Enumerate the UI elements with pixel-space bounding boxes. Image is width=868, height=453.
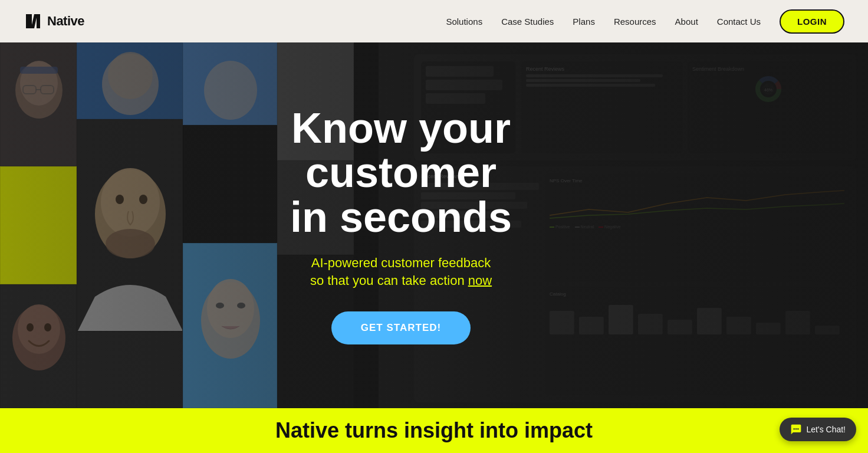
svg-point-20 xyxy=(216,303,224,308)
sentiment-card: Sentiment Breakdown 46% xyxy=(688,61,849,153)
legend-negative: Negative xyxy=(599,225,621,229)
sidebar-conversation xyxy=(426,66,494,77)
chat-label: Let's Chat! xyxy=(807,425,846,434)
review-line-1 xyxy=(526,74,663,77)
bar-chart-panel: Catalog xyxy=(545,287,849,395)
hero-subtitle: AI-powered customer feedback so that you… xyxy=(236,254,566,291)
svg-rect-32 xyxy=(697,308,722,334)
svg-rect-36 xyxy=(815,326,840,334)
bottom-banner-text: Native turns insight into impact xyxy=(275,418,593,443)
sentiment-title: Sentiment Breakdown xyxy=(692,66,844,72)
svg-rect-33 xyxy=(726,317,751,334)
face-svg-smile xyxy=(1,285,77,408)
hero-content: Know your customer in seconds AI-powered… xyxy=(224,94,578,356)
nav: Solutions Case Studies Plans Resources A… xyxy=(446,9,844,34)
svg-point-38 xyxy=(795,428,797,430)
chat-bubble[interactable]: Let's Chat! xyxy=(780,418,857,441)
catalog-bar-chart xyxy=(550,299,844,334)
hero-title-line2: in seconds xyxy=(290,193,512,241)
chat-icon xyxy=(790,424,802,435)
svg-point-17 xyxy=(44,323,51,331)
login-button[interactable]: LOGIN xyxy=(780,9,844,34)
svg-rect-31 xyxy=(668,320,692,334)
svg-rect-5 xyxy=(20,67,58,74)
legend-negative-dot xyxy=(599,226,603,228)
nav-case-studies[interactable]: Case Studies xyxy=(501,17,554,27)
hero-title-line1: Know your customer xyxy=(291,104,511,196)
chart-area: NPS Over Time Positive xyxy=(545,173,849,395)
review-line-3 xyxy=(526,84,655,87)
nav-about[interactable]: About xyxy=(675,17,698,27)
svg-rect-29 xyxy=(609,305,633,334)
reviews-title: Recent Reviews xyxy=(526,66,678,72)
review-line-2 xyxy=(526,79,640,82)
bottom-banner: Native turns insight into impact xyxy=(0,408,868,453)
svg-point-37 xyxy=(793,428,795,430)
svg-point-13 xyxy=(139,195,147,204)
svg-point-11 xyxy=(106,229,155,258)
collage-tile-1 xyxy=(0,42,77,166)
collage-tile-yellow xyxy=(0,166,77,284)
svg-point-16 xyxy=(27,323,34,331)
collage-tile-12 xyxy=(77,331,183,408)
chart-legend: Positive Neutral Negative xyxy=(550,225,844,229)
logo-text: Native xyxy=(47,14,84,29)
nav-contact[interactable]: Contact Us xyxy=(717,17,761,27)
svg-rect-28 xyxy=(579,317,604,334)
nps-chart: NPS Over Time Positive xyxy=(545,173,849,282)
nav-resources[interactable]: Resources xyxy=(614,17,656,27)
hero-section: Recent Reviews Sentiment Breakdown xyxy=(0,42,868,408)
collage-tile-2 xyxy=(77,42,183,119)
svg-point-7 xyxy=(108,52,153,99)
logo[interactable]: Native xyxy=(24,12,84,31)
nav-solutions[interactable]: Solutions xyxy=(446,17,482,27)
collage-tile-smile xyxy=(0,284,77,408)
svg-point-10 xyxy=(101,168,160,237)
bar-chart-title: Catalog xyxy=(550,291,844,297)
sidebar-digital-twins xyxy=(426,80,502,90)
collage-tile-main xyxy=(77,119,183,331)
header: Native Solutions Case Studies Plans Reso… xyxy=(0,0,868,42)
svg-rect-30 xyxy=(638,314,663,334)
face-svg-2 xyxy=(77,43,183,119)
hero-subtitle-line1: AI-powered customer feedback xyxy=(311,255,491,270)
svg-point-39 xyxy=(797,428,799,430)
get-started-button[interactable]: GET STARTED! xyxy=(331,311,471,344)
nps-line-chart xyxy=(550,186,844,221)
nav-plans[interactable]: Plans xyxy=(573,17,595,27)
logo-icon xyxy=(24,12,42,31)
hero-title: Know your customer in seconds xyxy=(236,106,566,240)
sentiment-donut: 46% xyxy=(754,74,783,104)
face-svg-main xyxy=(77,120,183,331)
svg-rect-35 xyxy=(785,311,810,334)
svg-rect-34 xyxy=(756,323,781,334)
nps-chart-title: NPS Over Time xyxy=(550,178,844,183)
hero-subtitle-line2: so that you can take action xyxy=(310,273,465,288)
svg-text:46%: 46% xyxy=(764,88,772,92)
svg-point-12 xyxy=(116,195,124,204)
face-svg-1 xyxy=(1,43,77,166)
hero-subtitle-now: now xyxy=(468,273,492,288)
